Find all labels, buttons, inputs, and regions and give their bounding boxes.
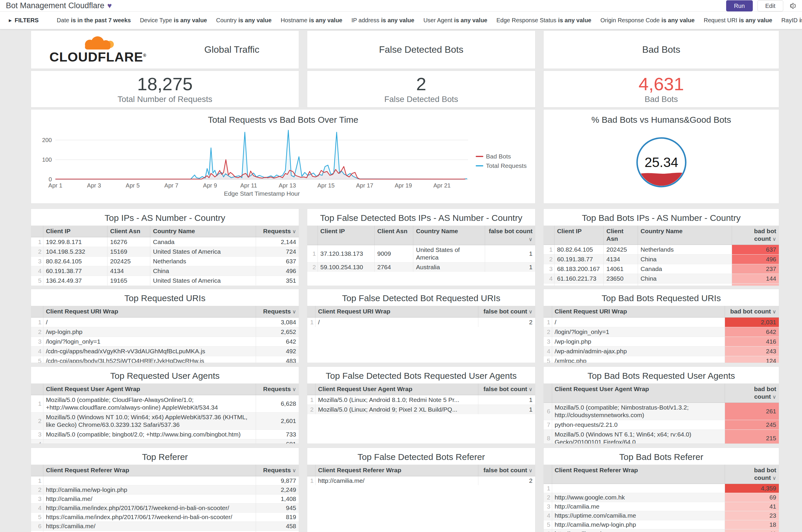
table-cell [43,476,256,486]
row-number: 6 [31,522,43,531]
filter-item[interactable]: Dateis in the past 7 weeks [57,17,131,23]
table-cell: 23 [725,511,779,520]
table-row: 4http://camilia.me/index.php/2017/06/17/… [31,504,299,513]
table-row: 460.191.38.774134China496 [31,266,299,276]
row-number: 4 [543,346,552,356]
table-cell: Mozilla/5.0 (Windows NT 6.1; Win64; x64;… [552,430,725,444]
column-header-sortable[interactable]: bad bot count ∨ [732,226,779,245]
table-cell: Canada [638,264,732,274]
stat-value: 4,631 [638,74,684,94]
table-cell: 80.82.64.105 [43,256,107,266]
gear-icon[interactable] [788,2,796,10]
stat-label: Total Number of Requests [117,95,212,104]
tile-title: Top False Detected Bot Requested URIs [307,289,535,306]
table-cell: http://camilia.me/ [43,494,256,504]
column-header-sortable[interactable]: false bot count ∨ [478,306,535,318]
tile-false-bot-user-agents: Top False Detected Bots Requested User A… [307,366,535,444]
column-header-sortable[interactable]: bad bot count ∨ [725,464,779,484]
cloudflare-wordmark: CLOUDFLARE® [50,51,147,63]
table-cell: http://camilia.me/wp-login.php [43,486,256,494]
filter-item[interactable]: Countryis any value [216,17,271,23]
table-cell: 68.183.200.167 [554,264,604,274]
column-header-sortable[interactable]: bad bot count ∨ [725,306,779,318]
filter-item[interactable]: Edge Response Statusis any value [496,17,591,23]
column-header-sortable[interactable]: false bot count ∨ [478,464,535,476]
filter-item[interactable]: Origin Response Codeis any value [600,17,695,23]
column-header: Country Name [638,226,732,245]
row-number: 5 [31,276,43,286]
table-cell: /cdn-cgi/apps/body/3Lh52SjWTQ4HRlErJykHq… [43,356,256,363]
column-header-sortable[interactable]: Requests ∨ [256,306,299,318]
column-header: Client Request User Agent Wrap [552,383,725,403]
table-row: 1http://camilia.me/2 [307,476,535,486]
column-header-sortable[interactable]: Requests ∨ [256,383,299,395]
table-row: 3http://camilia.me/1,408 [31,494,299,504]
legend-swatch-icon [476,165,483,166]
tile-top-referer: Top Referer Client Request Referer WrapR… [31,448,299,532]
table-row: 2/wp-login.php2,652 [31,327,299,337]
row-number: 4 [31,504,43,513]
table-cell: 14061 [604,284,638,286]
column-header [31,464,43,476]
table-row: 4681 [31,439,299,444]
table-row: 4/cdn-cgi/apps/head/xVgyKhR-vV3dAUGhMqfB… [31,346,299,356]
column-header: Client IP [318,226,375,245]
column-header [307,464,315,476]
table-row: 180.82.64.105202425Netherlands637 [543,245,779,254]
column-header-sortable[interactable]: Requests ∨ [256,464,299,476]
table-cell: 16276 [107,237,150,247]
table-row: 3http://camilia.me41 [543,502,779,511]
table-cell: 261 [725,403,779,420]
tile-title: Top Requested URIs [31,289,299,306]
row-number: 5 [543,520,552,529]
column-header: Client Request User Agent Wrap [43,383,256,395]
filter-item[interactable]: IP addressis any value [351,17,415,23]
tile-false-bot-referer: Top False Detected Bots Referer Client R… [307,448,535,532]
table-cell: 2,031 [725,318,779,327]
table-cell: 637 [256,256,299,266]
filter-item[interactable]: Request URIis any value [704,17,772,23]
row-number: 8 [543,430,552,444]
stat-false-detected-bots: 2 False Detected Bots [307,71,535,108]
edit-button[interactable]: Edit [758,0,783,12]
table-cell: 15169 [107,247,150,256]
table-cell: 2,652 [256,327,299,337]
table-row: 3/wp-login.php416 [543,337,779,346]
tile-timeseries: Total Requests vs Bad Bots Over Time 010… [31,109,535,204]
filter-item[interactable]: Hostnameis any value [281,17,342,23]
column-header [543,464,552,484]
table-row: 2104.198.5.23215169United States of Amer… [31,247,299,256]
table-cell: https://camilia.me/index.php/2017/06/17/… [43,513,256,522]
column-header-sortable[interactable]: Requests ∨ [256,226,299,237]
legend-swatch-icon [476,156,483,157]
table-cell: 104.198.5.232 [43,247,107,256]
filter-item[interactable]: Device Typeis any value [140,17,207,23]
dashboard: CLOUDFLARE® Global Traffic False Detecte… [0,29,802,532]
table-cell: 215 [725,430,779,444]
table-cell: 69 [725,493,779,502]
cloudflare-cloud-icon [78,36,117,50]
filter-item[interactable]: User Agentis any value [423,17,487,23]
table-cell: China [638,284,732,286]
filters-toggle[interactable]: ▶ FILTERS [9,17,39,24]
row-number: 1 [307,245,318,263]
column-header-sortable[interactable]: bad bot count ∨ [725,383,779,403]
column-header-sortable[interactable]: false bot count ∨ [478,383,535,395]
table-cell: Mozilla/5.0 (compatible; Nimbostratus-Bo… [552,403,725,420]
run-button[interactable]: Run [726,0,753,12]
filter-item[interactable]: RayIDis any value [781,17,802,23]
table-cell: 61.160.221.73 [554,274,604,284]
table-cell: 9,877 [256,476,299,486]
legend-item[interactable]: Bad Bots [476,153,533,160]
table-cell: Canada [150,237,256,247]
table-row: 4https://uptime.com/camilia.me23 [543,511,779,520]
column-header-sortable[interactable]: false bot count ∨ [485,226,535,245]
column-header: Client Asn [604,226,638,245]
table-row: 5122.193.123.17314061China132 [543,284,779,286]
table-row: 2http://camilia.me/wp-login.php2,249 [31,486,299,494]
legend-item[interactable]: Total Requests [476,162,533,169]
data-table: Client Request User Agent Wrapfalse bot … [307,383,535,414]
svg-text:Apr 15: Apr 15 [318,182,335,189]
table-cell: /wp-login.php [552,337,725,346]
tile-title: Top Bad Bots Referer [543,448,779,464]
